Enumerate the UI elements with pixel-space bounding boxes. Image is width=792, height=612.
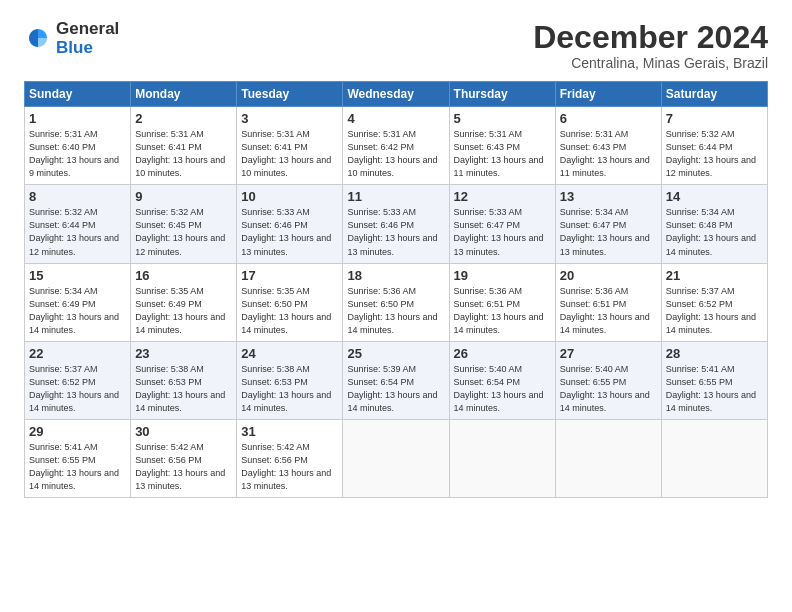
day-info: Sunrise: 5:31 AMSunset: 6:43 PMDaylight:… xyxy=(454,129,544,178)
day-cell: 20 Sunrise: 5:36 AMSunset: 6:51 PMDaylig… xyxy=(555,263,661,341)
header-row: Sunday Monday Tuesday Wednesday Thursday… xyxy=(25,82,768,107)
day-info: Sunrise: 5:33 AMSunset: 6:47 PMDaylight:… xyxy=(454,207,544,256)
header-wednesday: Wednesday xyxy=(343,82,449,107)
day-cell: 5 Sunrise: 5:31 AMSunset: 6:43 PMDayligh… xyxy=(449,107,555,185)
calendar-body: 1 Sunrise: 5:31 AMSunset: 6:40 PMDayligh… xyxy=(25,107,768,498)
day-info: Sunrise: 5:32 AMSunset: 6:44 PMDaylight:… xyxy=(29,207,119,256)
title-area: December 2024 Centralina, Minas Gerais, … xyxy=(533,20,768,71)
week-row-2: 8 Sunrise: 5:32 AMSunset: 6:44 PMDayligh… xyxy=(25,185,768,263)
day-info: Sunrise: 5:36 AMSunset: 6:51 PMDaylight:… xyxy=(560,286,650,335)
day-cell: 31 Sunrise: 5:42 AMSunset: 6:56 PMDaylig… xyxy=(237,419,343,497)
day-info: Sunrise: 5:34 AMSunset: 6:49 PMDaylight:… xyxy=(29,286,119,335)
day-cell: 30 Sunrise: 5:42 AMSunset: 6:56 PMDaylig… xyxy=(131,419,237,497)
day-number: 20 xyxy=(560,268,657,283)
logo-icon xyxy=(24,25,52,53)
header: General Blue December 2024 Centralina, M… xyxy=(24,20,768,71)
day-cell xyxy=(555,419,661,497)
day-number: 7 xyxy=(666,111,763,126)
logo-text: General Blue xyxy=(56,20,119,57)
day-number: 14 xyxy=(666,189,763,204)
day-number: 25 xyxy=(347,346,444,361)
day-cell xyxy=(449,419,555,497)
day-cell: 1 Sunrise: 5:31 AMSunset: 6:40 PMDayligh… xyxy=(25,107,131,185)
day-cell: 3 Sunrise: 5:31 AMSunset: 6:41 PMDayligh… xyxy=(237,107,343,185)
day-number: 11 xyxy=(347,189,444,204)
day-info: Sunrise: 5:42 AMSunset: 6:56 PMDaylight:… xyxy=(135,442,225,491)
header-monday: Monday xyxy=(131,82,237,107)
day-info: Sunrise: 5:39 AMSunset: 6:54 PMDaylight:… xyxy=(347,364,437,413)
day-number: 15 xyxy=(29,268,126,283)
day-cell: 4 Sunrise: 5:31 AMSunset: 6:42 PMDayligh… xyxy=(343,107,449,185)
day-number: 4 xyxy=(347,111,444,126)
day-info: Sunrise: 5:33 AMSunset: 6:46 PMDaylight:… xyxy=(241,207,331,256)
day-number: 19 xyxy=(454,268,551,283)
day-number: 30 xyxy=(135,424,232,439)
day-number: 17 xyxy=(241,268,338,283)
day-cell xyxy=(661,419,767,497)
header-sunday: Sunday xyxy=(25,82,131,107)
day-info: Sunrise: 5:32 AMSunset: 6:44 PMDaylight:… xyxy=(666,129,756,178)
day-number: 22 xyxy=(29,346,126,361)
day-info: Sunrise: 5:41 AMSunset: 6:55 PMDaylight:… xyxy=(666,364,756,413)
day-cell: 24 Sunrise: 5:38 AMSunset: 6:53 PMDaylig… xyxy=(237,341,343,419)
day-cell: 15 Sunrise: 5:34 AMSunset: 6:49 PMDaylig… xyxy=(25,263,131,341)
day-number: 9 xyxy=(135,189,232,204)
logo: General Blue xyxy=(24,20,119,57)
header-friday: Friday xyxy=(555,82,661,107)
day-cell: 18 Sunrise: 5:36 AMSunset: 6:50 PMDaylig… xyxy=(343,263,449,341)
day-info: Sunrise: 5:38 AMSunset: 6:53 PMDaylight:… xyxy=(135,364,225,413)
day-number: 12 xyxy=(454,189,551,204)
day-cell: 11 Sunrise: 5:33 AMSunset: 6:46 PMDaylig… xyxy=(343,185,449,263)
day-cell: 21 Sunrise: 5:37 AMSunset: 6:52 PMDaylig… xyxy=(661,263,767,341)
day-cell: 12 Sunrise: 5:33 AMSunset: 6:47 PMDaylig… xyxy=(449,185,555,263)
day-info: Sunrise: 5:35 AMSunset: 6:50 PMDaylight:… xyxy=(241,286,331,335)
day-cell: 7 Sunrise: 5:32 AMSunset: 6:44 PMDayligh… xyxy=(661,107,767,185)
calendar-header: Sunday Monday Tuesday Wednesday Thursday… xyxy=(25,82,768,107)
day-info: Sunrise: 5:34 AMSunset: 6:48 PMDaylight:… xyxy=(666,207,756,256)
day-number: 26 xyxy=(454,346,551,361)
day-cell xyxy=(343,419,449,497)
day-info: Sunrise: 5:37 AMSunset: 6:52 PMDaylight:… xyxy=(666,286,756,335)
header-tuesday: Tuesday xyxy=(237,82,343,107)
logo-general-text: General xyxy=(56,20,119,39)
subtitle: Centralina, Minas Gerais, Brazil xyxy=(533,55,768,71)
day-info: Sunrise: 5:31 AMSunset: 6:42 PMDaylight:… xyxy=(347,129,437,178)
day-info: Sunrise: 5:36 AMSunset: 6:51 PMDaylight:… xyxy=(454,286,544,335)
day-number: 16 xyxy=(135,268,232,283)
day-cell: 8 Sunrise: 5:32 AMSunset: 6:44 PMDayligh… xyxy=(25,185,131,263)
day-number: 3 xyxy=(241,111,338,126)
day-number: 28 xyxy=(666,346,763,361)
day-info: Sunrise: 5:36 AMSunset: 6:50 PMDaylight:… xyxy=(347,286,437,335)
day-cell: 16 Sunrise: 5:35 AMSunset: 6:49 PMDaylig… xyxy=(131,263,237,341)
day-info: Sunrise: 5:40 AMSunset: 6:55 PMDaylight:… xyxy=(560,364,650,413)
day-cell: 26 Sunrise: 5:40 AMSunset: 6:54 PMDaylig… xyxy=(449,341,555,419)
day-cell: 17 Sunrise: 5:35 AMSunset: 6:50 PMDaylig… xyxy=(237,263,343,341)
week-row-1: 1 Sunrise: 5:31 AMSunset: 6:40 PMDayligh… xyxy=(25,107,768,185)
day-cell: 13 Sunrise: 5:34 AMSunset: 6:47 PMDaylig… xyxy=(555,185,661,263)
day-cell: 10 Sunrise: 5:33 AMSunset: 6:46 PMDaylig… xyxy=(237,185,343,263)
day-info: Sunrise: 5:38 AMSunset: 6:53 PMDaylight:… xyxy=(241,364,331,413)
day-cell: 14 Sunrise: 5:34 AMSunset: 6:48 PMDaylig… xyxy=(661,185,767,263)
calendar-table: Sunday Monday Tuesday Wednesday Thursday… xyxy=(24,81,768,498)
day-cell: 2 Sunrise: 5:31 AMSunset: 6:41 PMDayligh… xyxy=(131,107,237,185)
week-row-3: 15 Sunrise: 5:34 AMSunset: 6:49 PMDaylig… xyxy=(25,263,768,341)
day-info: Sunrise: 5:42 AMSunset: 6:56 PMDaylight:… xyxy=(241,442,331,491)
day-cell: 6 Sunrise: 5:31 AMSunset: 6:43 PMDayligh… xyxy=(555,107,661,185)
day-number: 2 xyxy=(135,111,232,126)
header-thursday: Thursday xyxy=(449,82,555,107)
day-cell: 27 Sunrise: 5:40 AMSunset: 6:55 PMDaylig… xyxy=(555,341,661,419)
week-row-4: 22 Sunrise: 5:37 AMSunset: 6:52 PMDaylig… xyxy=(25,341,768,419)
day-number: 29 xyxy=(29,424,126,439)
day-info: Sunrise: 5:32 AMSunset: 6:45 PMDaylight:… xyxy=(135,207,225,256)
week-row-5: 29 Sunrise: 5:41 AMSunset: 6:55 PMDaylig… xyxy=(25,419,768,497)
day-info: Sunrise: 5:33 AMSunset: 6:46 PMDaylight:… xyxy=(347,207,437,256)
day-number: 24 xyxy=(241,346,338,361)
day-number: 8 xyxy=(29,189,126,204)
day-cell: 25 Sunrise: 5:39 AMSunset: 6:54 PMDaylig… xyxy=(343,341,449,419)
month-title: December 2024 xyxy=(533,20,768,55)
day-number: 31 xyxy=(241,424,338,439)
header-saturday: Saturday xyxy=(661,82,767,107)
day-info: Sunrise: 5:31 AMSunset: 6:40 PMDaylight:… xyxy=(29,129,119,178)
day-cell: 29 Sunrise: 5:41 AMSunset: 6:55 PMDaylig… xyxy=(25,419,131,497)
day-info: Sunrise: 5:31 AMSunset: 6:43 PMDaylight:… xyxy=(560,129,650,178)
